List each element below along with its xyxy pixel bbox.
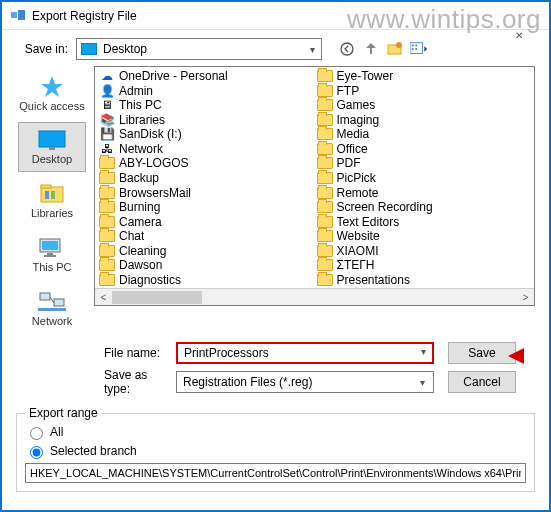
item-name: XIAOMI bbox=[337, 244, 379, 258]
place-quick-access[interactable]: Quick access bbox=[18, 68, 86, 118]
list-item[interactable]: Office bbox=[315, 142, 533, 157]
list-item[interactable]: Remote bbox=[315, 185, 533, 200]
list-item[interactable]: Text Editors bbox=[315, 214, 533, 229]
place-network[interactable]: Network bbox=[18, 284, 86, 334]
svg-rect-0 bbox=[11, 12, 17, 18]
desktop-icon bbox=[37, 129, 67, 151]
place-desktop[interactable]: Desktop bbox=[18, 122, 86, 172]
list-item[interactable]: BrowsersMail bbox=[97, 185, 315, 200]
list-item[interactable]: ΣΤΕΓΗ bbox=[315, 258, 533, 273]
network-icon: 🖧 bbox=[99, 142, 115, 156]
newfolder-icon[interactable] bbox=[386, 42, 404, 56]
scroll-right-icon[interactable]: > bbox=[517, 289, 534, 306]
svg-rect-15 bbox=[45, 191, 49, 199]
list-item[interactable]: Burning bbox=[97, 200, 315, 215]
horizontal-scrollbar[interactable]: < > bbox=[95, 288, 534, 305]
list-item[interactable]: 📚Libraries bbox=[97, 113, 315, 128]
item-name: Libraries bbox=[119, 113, 165, 127]
callout-arrow-icon bbox=[508, 348, 524, 364]
place-label: Quick access bbox=[19, 100, 84, 112]
folder-icon bbox=[99, 274, 115, 286]
list-item[interactable]: XIAOMI bbox=[315, 243, 533, 258]
list-item[interactable]: Diagnostics bbox=[97, 272, 315, 287]
svg-rect-6 bbox=[412, 45, 414, 47]
up-icon[interactable] bbox=[362, 41, 380, 57]
list-item[interactable]: ABY-LOGOS bbox=[97, 156, 315, 171]
back-icon[interactable] bbox=[338, 41, 356, 57]
place-libraries[interactable]: Libraries bbox=[18, 176, 86, 226]
list-item[interactable]: PDF bbox=[315, 156, 533, 171]
svg-rect-14 bbox=[41, 185, 51, 188]
place-thispc[interactable]: This PC bbox=[18, 230, 86, 280]
list-item[interactable]: Backup bbox=[97, 171, 315, 186]
item-name: Office bbox=[337, 142, 368, 156]
filename-label: File name: bbox=[16, 346, 168, 360]
folder-icon bbox=[99, 230, 115, 242]
save-button[interactable]: Save bbox=[448, 342, 516, 364]
svg-rect-8 bbox=[412, 48, 414, 50]
svg-point-2 bbox=[341, 43, 353, 55]
saveastype-dropdown[interactable]: Registration Files (*.reg) bbox=[176, 371, 434, 393]
list-item[interactable]: FTP bbox=[315, 84, 533, 99]
item-name: Games bbox=[337, 98, 376, 112]
folder-icon bbox=[317, 157, 333, 169]
scroll-left-icon[interactable]: < bbox=[95, 289, 112, 306]
folder-icon bbox=[317, 114, 333, 126]
item-name: Diagnostics bbox=[119, 273, 181, 287]
cancel-button[interactable]: Cancel bbox=[448, 371, 516, 393]
savein-dropdown[interactable]: Desktop bbox=[76, 38, 322, 60]
network-icon bbox=[37, 291, 67, 313]
item-name: ABY-LOGOS bbox=[119, 156, 189, 170]
place-label: This PC bbox=[32, 261, 71, 273]
viewmenu-icon[interactable] bbox=[410, 42, 428, 56]
item-name: Network bbox=[119, 142, 163, 156]
toolbar-icons bbox=[338, 41, 428, 57]
item-name: Screen Recording bbox=[337, 200, 433, 214]
list-item[interactable]: PicPick bbox=[315, 171, 533, 186]
list-item[interactable]: Dawson bbox=[97, 258, 315, 273]
svg-rect-16 bbox=[51, 191, 55, 199]
folder-icon bbox=[317, 128, 333, 140]
radio-all-label: All bbox=[50, 425, 63, 439]
list-item[interactable]: Camera bbox=[97, 214, 315, 229]
list-item[interactable]: Games bbox=[315, 98, 533, 113]
folder-icon bbox=[99, 157, 115, 169]
folder-icon bbox=[317, 201, 333, 213]
item-name: BrowsersMail bbox=[119, 186, 191, 200]
list-item[interactable]: 🖧Network bbox=[97, 142, 315, 157]
title-bar: Export Registry File bbox=[2, 2, 549, 30]
libraries-icon bbox=[38, 183, 66, 205]
list-item[interactable]: Eye-Tower bbox=[315, 69, 533, 84]
list-item[interactable]: Website bbox=[315, 229, 533, 244]
star-icon bbox=[38, 74, 66, 98]
list-item[interactable]: Presentations bbox=[315, 272, 533, 287]
list-item[interactable]: Imaging bbox=[315, 113, 533, 128]
item-name: FTP bbox=[337, 84, 360, 98]
folder-icon bbox=[317, 230, 333, 242]
list-item[interactable]: 👤Admin bbox=[97, 84, 315, 99]
item-name: Cleaning bbox=[119, 244, 166, 258]
radio-all[interactable]: All bbox=[25, 424, 526, 440]
list-item[interactable]: ☁OneDrive - Personal bbox=[97, 69, 315, 84]
scrollbar-thumb[interactable] bbox=[112, 291, 202, 304]
svg-rect-12 bbox=[49, 147, 55, 150]
list-item[interactable]: Media bbox=[315, 127, 533, 142]
list-item[interactable]: Screen Recording bbox=[315, 200, 533, 215]
list-item[interactable]: Cleaning bbox=[97, 243, 315, 258]
file-listing[interactable]: ☁OneDrive - Personal👤Admin🖥This PC📚Libra… bbox=[94, 66, 535, 306]
radio-selected-branch[interactable]: Selected branch bbox=[25, 443, 526, 459]
places-bar: Quick access Desktop Libraries This PC N… bbox=[16, 66, 88, 334]
place-label: Desktop bbox=[32, 153, 72, 165]
close-icon[interactable]: ✕ bbox=[515, 30, 523, 41]
list-item[interactable]: 🖥This PC bbox=[97, 98, 315, 113]
item-name: This PC bbox=[119, 98, 162, 112]
list-item[interactable]: Chat bbox=[97, 229, 315, 244]
item-name: Media bbox=[337, 127, 370, 141]
svg-line-23 bbox=[50, 297, 54, 303]
list-item[interactable]: 💾SanDisk (I:) bbox=[97, 127, 315, 142]
branch-path-input[interactable] bbox=[25, 463, 526, 483]
window-title: Export Registry File bbox=[32, 9, 137, 23]
folder-icon bbox=[317, 85, 333, 97]
svg-rect-22 bbox=[54, 299, 64, 306]
filename-input[interactable] bbox=[176, 342, 434, 364]
